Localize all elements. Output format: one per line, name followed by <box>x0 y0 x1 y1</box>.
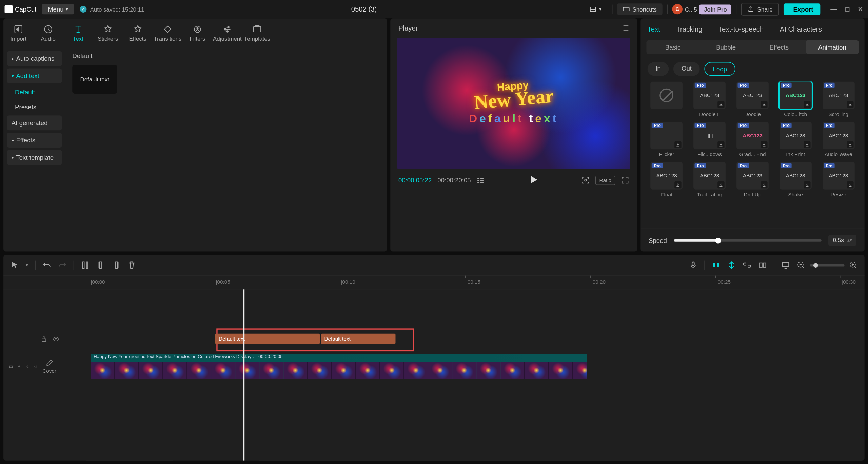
nav-text-template[interactable]: ▸Text template <box>7 150 62 165</box>
anim-ink-print[interactable]: ProABC123Ink Print <box>776 122 815 157</box>
anim-audio-wave[interactable]: ProABC123Audio Wave <box>819 122 857 157</box>
ruler-tick: |00:00 <box>91 279 105 285</box>
preview-mode-icon[interactable] <box>758 261 767 269</box>
nav-auto-captions[interactable]: ▸Auto captions <box>7 51 62 66</box>
anim-drift-up[interactable]: ProABC123Drift Up <box>733 162 772 197</box>
svg-rect-11 <box>254 27 261 32</box>
snap-icon[interactable] <box>727 261 736 269</box>
magnet-on-icon[interactable] <box>712 261 720 269</box>
tab-adjustment[interactable]: Adjustment <box>212 22 242 44</box>
mode-loop[interactable]: Loop <box>704 62 735 76</box>
timeline-panel: ▾ |00:00|00:05|00:10|00:15|00:2 <box>3 255 865 461</box>
tab-stickers[interactable]: Stickers <box>93 22 123 44</box>
link-icon[interactable] <box>743 261 751 269</box>
nav-effects[interactable]: ▸Effects <box>7 133 62 148</box>
anim-resize[interactable]: ProABC123Resize <box>819 162 857 197</box>
mute-icon[interactable] <box>34 363 38 370</box>
tab-templates[interactable]: Templates <box>242 22 272 44</box>
anim-colo-itch[interactable]: ProABC123Colo...itch <box>776 81 815 117</box>
lock-icon[interactable] <box>18 363 21 370</box>
trim-left-icon[interactable] <box>96 261 105 269</box>
preview-viewport[interactable]: HappyNew Year Default text <box>397 38 630 169</box>
inspector-tab-tracking[interactable]: Tracking <box>674 24 705 34</box>
minimize-button[interactable]: — <box>830 6 837 13</box>
zoom-control[interactable] <box>797 261 857 269</box>
speed-value[interactable]: 0.5s▴▾ <box>828 235 856 246</box>
nav-default[interactable]: Default <box>7 85 62 98</box>
default-text-thumb[interactable]: Default text <box>72 65 117 94</box>
ratio-button[interactable]: Ratio <box>595 176 615 185</box>
anim-grad-end[interactable]: ProABC123Grad... End <box>733 122 772 157</box>
anim-trail-ating[interactable]: ProABC123Trail...ating <box>690 162 729 197</box>
tab-filters[interactable]: Filters <box>182 22 212 44</box>
subtab-effects[interactable]: Effects <box>753 40 806 54</box>
menu-button[interactable]: Menu▾ <box>42 4 74 14</box>
player-title: Player <box>398 24 418 32</box>
anim-scrolling[interactable]: ProABC123Scrolling <box>819 81 857 117</box>
tab-audio[interactable]: Audio <box>33 22 63 44</box>
close-button[interactable]: ✕ <box>857 6 863 13</box>
zoom-in-icon[interactable] <box>849 261 857 269</box>
trim-right-icon[interactable] <box>112 261 120 269</box>
lock-icon[interactable] <box>40 335 48 343</box>
user-avatar[interactable]: C <box>672 4 683 14</box>
anim-float[interactable]: ProABC 123Float <box>648 162 686 197</box>
delete-icon[interactable] <box>127 261 136 269</box>
playhead[interactable] <box>243 289 244 461</box>
nav-presets[interactable]: Presets <box>7 100 62 113</box>
text-content: Default Default text <box>65 48 387 252</box>
split-icon[interactable] <box>81 261 90 269</box>
undo-icon[interactable] <box>42 261 51 269</box>
cover-button[interactable]: Cover <box>42 359 56 374</box>
subtab-bubble[interactable]: Bubble <box>699 40 753 54</box>
text-side-nav: ▸Auto captions ▾Add text Default Presets… <box>3 48 65 252</box>
text-clip[interactable]: Default text <box>321 334 395 344</box>
anim-shake[interactable]: ProABC123Shake <box>776 162 815 197</box>
inspector-tab-ai-characters[interactable]: AI Characters <box>777 24 824 34</box>
scan-icon[interactable] <box>581 176 590 185</box>
mode-out[interactable]: Out <box>673 62 699 76</box>
play-button[interactable] <box>528 175 538 186</box>
tab-effects[interactable]: Effects <box>123 22 153 44</box>
tab-transitions[interactable]: Transitions <box>153 22 182 44</box>
timeline-ruler[interactable]: |00:00|00:05|00:10|00:15|00:20|00:25|00:… <box>3 276 865 290</box>
eye-icon[interactable] <box>26 363 29 370</box>
export-button[interactable]: Export <box>784 3 820 15</box>
maximize-button[interactable]: □ <box>845 6 849 13</box>
timeline-tracks[interactable]: Default textDefault text Cover Happy New… <box>3 289 865 461</box>
layout-button[interactable]: ▾ <box>584 3 607 15</box>
cursor-tool-icon[interactable] <box>10 261 19 269</box>
list-icon[interactable] <box>477 176 485 185</box>
inspector-tab-text[interactable]: Text <box>645 24 663 34</box>
zoom-out-icon[interactable] <box>797 261 805 269</box>
video-clip[interactable]: Happy New Year greeting text Sparkle Par… <box>91 354 587 379</box>
marker-icon[interactable] <box>781 261 790 269</box>
nav-ai-generated[interactable]: AI generated <box>7 115 62 130</box>
inspector-tabs: TextTrackingText-to-speechAI Characters <box>640 18 864 38</box>
eye-icon[interactable] <box>52 335 60 343</box>
tab-text[interactable]: Text <box>63 22 93 44</box>
anim-none[interactable] <box>648 81 686 117</box>
anim-flic-dows[interactable]: Pro|||||Flic...dows <box>690 122 729 157</box>
current-timecode: 00:00:05:22 <box>398 177 432 184</box>
share-button[interactable]: Share <box>741 3 779 15</box>
join-pro-button[interactable]: Join Pro <box>699 4 731 14</box>
subtab-basic[interactable]: Basic <box>646 40 699 54</box>
anim-doodle[interactable]: ProABC123Doodle <box>733 81 772 117</box>
nav-add-text[interactable]: ▾Add text <box>7 68 62 83</box>
redo-icon[interactable] <box>58 261 66 269</box>
player-menu-icon[interactable]: ☰ <box>623 24 629 32</box>
fullscreen-icon[interactable] <box>621 176 629 185</box>
inspector-tab-text-to-speech[interactable]: Text-to-speech <box>716 24 766 34</box>
speed-slider[interactable] <box>674 239 822 241</box>
mic-icon[interactable] <box>689 261 697 269</box>
video-track-icon <box>9 363 13 370</box>
subtab-animation[interactable]: Animation <box>806 40 859 54</box>
text-clip[interactable]: Default text <box>215 334 320 344</box>
anim-flicker[interactable]: ProFlicker <box>648 122 686 157</box>
anim-doodle-ii[interactable]: ProABC123Doodle II <box>690 81 729 117</box>
check-icon: ✓ <box>80 6 86 13</box>
shortcuts-button[interactable]: Shortcuts <box>617 3 663 15</box>
tab-import[interactable]: Import <box>3 22 33 44</box>
mode-in[interactable]: In <box>648 62 669 76</box>
